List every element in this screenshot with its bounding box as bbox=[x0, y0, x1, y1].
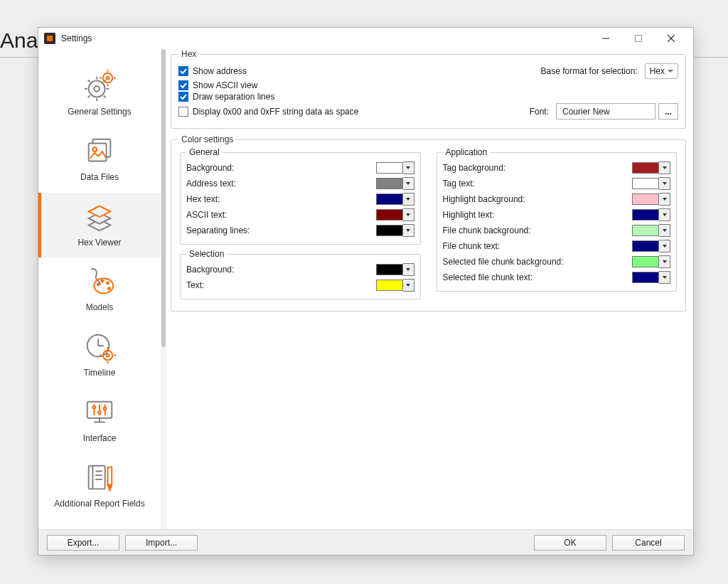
color-dropdown-button[interactable] bbox=[403, 224, 414, 237]
files-icon bbox=[83, 134, 116, 169]
cancel-button[interactable]: Cancel bbox=[612, 535, 685, 551]
ok-button[interactable]: OK bbox=[534, 535, 606, 551]
color-dropdown-button[interactable] bbox=[659, 177, 670, 190]
color-application-color-picker[interactable] bbox=[632, 161, 670, 174]
sidebar-item-label: Additional Report Fields bbox=[54, 499, 144, 509]
base-format-label: Base format for selection: bbox=[541, 66, 638, 76]
sidebar-item-label: Timeline bbox=[84, 368, 116, 378]
color-swatch bbox=[632, 240, 659, 252]
color-settings-group: Color settings General Background:Addres… bbox=[171, 134, 686, 312]
color-application-row: Highlight background: bbox=[443, 191, 671, 207]
draw-separation-label: Draw separation lines bbox=[193, 92, 274, 102]
display-space-checkbox[interactable] bbox=[178, 107, 188, 117]
app-icon bbox=[44, 33, 55, 44]
color-application-color-picker[interactable] bbox=[632, 271, 670, 284]
color-swatch bbox=[632, 162, 659, 174]
color-dropdown-button[interactable] bbox=[403, 177, 414, 190]
color-general-label: Hex text: bbox=[186, 194, 376, 204]
check-icon bbox=[180, 82, 187, 89]
svg-point-28 bbox=[97, 284, 100, 286]
color-application-color-picker[interactable] bbox=[632, 208, 670, 221]
maximize-button[interactable] bbox=[622, 28, 655, 49]
cancel-label: Cancel bbox=[635, 538, 661, 548]
svg-line-14 bbox=[104, 95, 106, 97]
minimize-icon bbox=[602, 35, 609, 42]
color-application-label: Tag background: bbox=[443, 163, 633, 173]
chevron-down-icon bbox=[406, 198, 410, 201]
color-dropdown-button[interactable] bbox=[659, 161, 670, 174]
color-dropdown-button[interactable] bbox=[659, 240, 670, 253]
color-general-legend: General bbox=[186, 147, 223, 157]
color-dropdown-button[interactable] bbox=[659, 193, 670, 206]
sidebar-item-interface[interactable]: Interface bbox=[38, 388, 161, 454]
svg-rect-55 bbox=[108, 467, 112, 484]
hex-group-legend: Hex bbox=[178, 49, 199, 59]
color-selection-color-picker[interactable] bbox=[376, 263, 414, 276]
color-general-row: Hex text: bbox=[186, 191, 414, 207]
sidebar-item-additional-report-fields[interactable]: Additional Report Fields bbox=[38, 454, 161, 519]
color-general-color-picker[interactable] bbox=[376, 161, 414, 174]
close-icon bbox=[668, 35, 675, 42]
svg-point-16 bbox=[107, 77, 109, 80]
color-application-color-picker[interactable] bbox=[632, 177, 670, 190]
scrollbar-thumb[interactable] bbox=[161, 49, 166, 347]
font-browse-button[interactable]: ... bbox=[658, 103, 678, 120]
svg-line-13 bbox=[88, 95, 90, 97]
color-application-label: Tag text: bbox=[443, 179, 633, 189]
draw-separation-checkbox[interactable] bbox=[178, 92, 188, 102]
sidebar-item-data-files[interactable]: Data Files bbox=[38, 127, 161, 193]
color-application-color-picker[interactable] bbox=[632, 255, 670, 268]
color-dropdown-button[interactable] bbox=[659, 208, 670, 221]
content-scrollbar[interactable] bbox=[161, 49, 166, 529]
font-input[interactable]: Courier New bbox=[556, 103, 655, 120]
color-application-color-picker[interactable] bbox=[632, 193, 670, 206]
import-button[interactable]: Import... bbox=[125, 535, 198, 551]
close-button[interactable] bbox=[655, 28, 687, 49]
color-dropdown-button[interactable] bbox=[403, 208, 414, 221]
font-label: Font: bbox=[530, 107, 549, 117]
show-ascii-checkbox[interactable] bbox=[178, 80, 188, 90]
color-general-color-picker[interactable] bbox=[376, 224, 414, 237]
show-address-label: Show address bbox=[193, 66, 247, 76]
chevron-down-icon bbox=[663, 198, 667, 201]
color-dropdown-button[interactable] bbox=[659, 271, 670, 284]
svg-rect-2 bbox=[636, 36, 642, 42]
sidebar-item-general-settings[interactable]: General Settings bbox=[38, 62, 161, 127]
color-application-label: Highlight background: bbox=[443, 194, 633, 204]
color-dropdown-button[interactable] bbox=[403, 193, 414, 206]
svg-line-11 bbox=[88, 80, 90, 82]
svg-point-29 bbox=[101, 280, 103, 282]
color-general-color-picker[interactable] bbox=[376, 208, 414, 221]
color-dropdown-button[interactable] bbox=[659, 224, 670, 237]
ok-label: OK bbox=[564, 538, 576, 548]
color-application-row: File chunk text: bbox=[443, 238, 671, 254]
color-application-label: File chunk background: bbox=[443, 225, 633, 235]
color-general-color-picker[interactable] bbox=[376, 177, 414, 190]
color-swatch bbox=[376, 178, 403, 189]
export-label: Export... bbox=[68, 538, 100, 548]
sidebar-item-label: General Settings bbox=[68, 107, 131, 117]
export-button[interactable]: Export... bbox=[47, 535, 119, 551]
color-general-color-picker[interactable] bbox=[376, 193, 414, 206]
show-address-checkbox[interactable] bbox=[178, 66, 188, 76]
color-dropdown-button[interactable] bbox=[403, 279, 414, 292]
sidebar-item-hex-viewer[interactable]: Hex Viewer bbox=[38, 193, 161, 258]
sidebar-item-label: Data Files bbox=[80, 173, 119, 183]
color-application-group: Application Tag background:Tag text:High… bbox=[437, 147, 678, 292]
color-application-color-picker[interactable] bbox=[632, 224, 670, 237]
notebook-pencil-icon bbox=[83, 461, 116, 495]
color-swatch bbox=[376, 264, 403, 275]
sidebar-item-timeline[interactable]: Timeline bbox=[38, 323, 161, 388]
color-swatch bbox=[632, 193, 659, 205]
color-dropdown-button[interactable] bbox=[403, 263, 414, 276]
sidebar-item-models[interactable]: Models bbox=[38, 258, 161, 323]
minimize-button[interactable] bbox=[589, 28, 622, 49]
color-dropdown-button[interactable] bbox=[403, 161, 414, 174]
color-selection-color-picker[interactable] bbox=[376, 279, 414, 292]
chevron-down-icon bbox=[406, 229, 410, 232]
color-swatch bbox=[376, 225, 403, 236]
color-selection-row: Background: bbox=[186, 262, 414, 277]
color-dropdown-button[interactable] bbox=[659, 255, 670, 268]
color-application-color-picker[interactable] bbox=[632, 240, 670, 253]
base-format-select[interactable]: Hex bbox=[645, 63, 678, 79]
